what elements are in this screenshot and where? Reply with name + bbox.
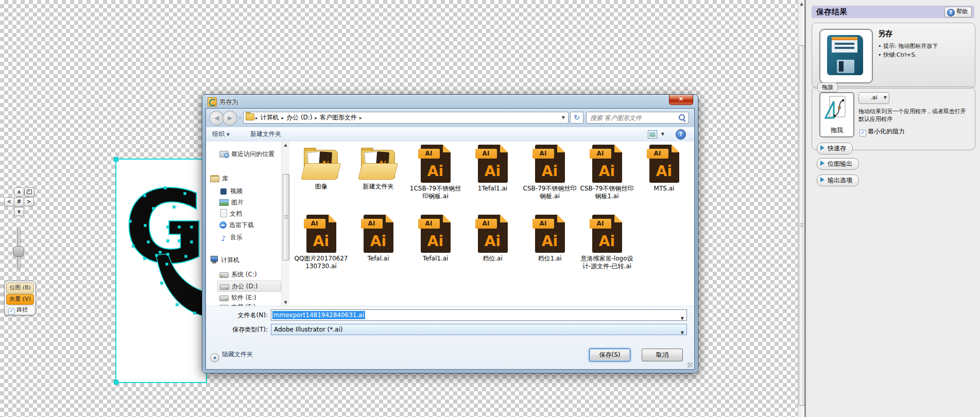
recent-pages-dropdown-icon[interactable]: ▽ — [238, 116, 242, 120]
file-item-label: QQ图片20170627130730.ai — [295, 255, 348, 270]
libraries-icon — [210, 176, 219, 182]
file-item[interactable]: AIAi意洛维家居-logo设计-源文件-已转.ai — [578, 215, 635, 270]
panel-action-label: 位图输出 — [828, 160, 852, 167]
close-button[interactable]: × — [669, 95, 693, 105]
file-item[interactable]: AIAi1Tefal1.ai — [464, 145, 521, 193]
breadcrumb-item[interactable]: 办公 (D:) — [284, 114, 315, 121]
drag-me-source[interactable]: 拖我 — [819, 92, 854, 137]
breadcrumb-item[interactable]: 计算机 — [258, 114, 282, 121]
sidebar-item-3[interactable]: 图片 — [219, 197, 244, 207]
sidebar-item-7[interactable]: 计算机 — [210, 255, 239, 265]
dialog-help-button[interactable]: ? — [676, 129, 686, 140]
file-item[interactable]: AIAiCSB-79不锈钢丝印钢板1.ai — [578, 145, 635, 200]
scroll-up-icon[interactable]: ▲ — [282, 142, 289, 149]
zoom-slider-thumb[interactable] — [13, 246, 24, 257]
file-item-label: 新建文件夹 — [352, 183, 405, 190]
file-item[interactable]: 图像 — [293, 145, 350, 190]
pan-down-button[interactable]: ∨ — [14, 207, 24, 216]
search-icon — [679, 114, 685, 120]
file-item[interactable]: AIAi1CSB-79不锈钢丝印钢板.ai — [407, 145, 464, 200]
scroll-down-icon[interactable]: ▼ — [282, 299, 289, 306]
save-button[interactable]: 保存(S) — [589, 349, 630, 361]
file-item[interactable]: AIAi档位1.ai — [521, 215, 578, 263]
file-item[interactable]: AIAiTefal1.ai — [407, 215, 464, 263]
sidebar-scrollbar[interactable]: ▲ ▼ — [281, 142, 289, 306]
savetype-select[interactable]: Adobe Illustrator (*.ai) ▼ — [271, 324, 687, 335]
file-item-label: MTS.ai — [638, 185, 691, 193]
zoom-fit-button[interactable] — [24, 187, 35, 197]
dialog-footer: 文件名(N): mmexport1481942840631.ai ▼ 保存类型(… — [206, 306, 694, 369]
sidebar-item-6[interactable]: ♪音乐 — [219, 232, 243, 242]
ai-file-icon: AIAi — [478, 145, 508, 183]
view-dropdown-icon[interactable]: ▼ — [661, 132, 664, 136]
pan-right-button[interactable]: > — [24, 197, 34, 206]
file-item[interactable]: AIAiCSB-79不锈钢丝印钢板.ai — [521, 145, 578, 200]
panel-action-位图输出[interactable]: 位图输出 — [817, 158, 859, 170]
sidebar-item-label: 计算机 — [221, 256, 239, 264]
filename-input[interactable]: mmexport1481942840631.ai ▼ — [271, 309, 687, 321]
ai-file-icon: AIAi — [592, 215, 622, 253]
file-item[interactable]: AIAiQQ图片20170627130730.ai — [293, 215, 350, 270]
thunder-download-icon — [219, 221, 227, 229]
forward-button[interactable]: ▶ — [222, 111, 237, 126]
save-as-section: 另存 • 提示: 拖动图标并放下 • 快键:Ctrl+S. — [812, 23, 975, 89]
least-resistance-row[interactable]: ✓最小化的阻力 — [858, 127, 905, 136]
panel-action-label: 快速存 — [828, 145, 846, 152]
file-item[interactable]: 新建文件夹 — [350, 145, 407, 190]
chevron-down-icon: ▼ — [884, 93, 887, 103]
sidebar-item-1[interactable]: 库 — [210, 173, 228, 184]
artboard[interactable]: G — [116, 160, 206, 382]
resize-grip[interactable] — [687, 362, 693, 368]
file-item[interactable]: AIAiTefal.ai — [350, 215, 407, 263]
vector-view-button[interactable]: 矢量 (V) — [6, 294, 34, 305]
sidebar-item-10[interactable]: 软件 (E:) — [219, 292, 256, 303]
path-checkbox-row[interactable]: ✓路径 — [7, 305, 35, 315]
sidebar-item-label: 库 — [222, 175, 228, 182]
cancel-button[interactable]: 取消 — [642, 349, 683, 361]
chevron-down-icon[interactable]: ▼ — [681, 328, 684, 338]
hide-folders-button[interactable]: ▲隐藏文件夹 — [210, 350, 253, 362]
panel-action-输出选项[interactable]: 输出选项 — [817, 175, 859, 186]
sidebar-item-4[interactable]: 文档 — [219, 208, 242, 219]
canvas-vertical-scrollbar[interactable]: ▲ — [798, 0, 805, 417]
save-results-panel: 保存结果 ?帮助 另存 • 提示: 拖动图标并放下 • 快键:Ctrl+S. 拖… — [806, 0, 980, 417]
file-item-label: 档位.ai — [466, 255, 520, 263]
back-button[interactable]: ◀ — [209, 111, 224, 126]
breadcrumb-separator-icon[interactable]: ▸ — [255, 115, 258, 120]
organize-button[interactable]: 组织 ▼ — [212, 127, 230, 142]
file-item[interactable]: AIAiMTS.ai — [635, 145, 693, 193]
sidebar-item-8[interactable]: 系统 (C:) — [219, 269, 257, 280]
breadcrumb-separator-icon[interactable]: ▸ — [359, 115, 362, 120]
sidebar-item-2[interactable]: 视频 — [219, 186, 243, 196]
bitmap-view-button[interactable]: 位图 (B) — [6, 283, 34, 293]
change-view-button[interactable] — [648, 130, 657, 138]
least-resistance-checkbox[interactable]: ✓ — [859, 130, 866, 136]
address-dropdown-icon[interactable]: ▼ — [562, 112, 565, 123]
least-resistance-label: 最小化的阻力 — [868, 128, 905, 135]
save-drag-source[interactable] — [819, 29, 873, 83]
breadcrumb-item[interactable]: 客户图形文件 — [317, 114, 359, 121]
question-icon: ? — [947, 9, 955, 16]
sidebar-item-0[interactable]: 最近访问的位置 — [219, 149, 274, 159]
zoom-actual-button[interactable]: # — [14, 197, 24, 206]
search-box[interactable]: 搜索 客户图形文件 — [586, 112, 689, 124]
extension-dropdown[interactable]: .ai▼ — [858, 92, 889, 104]
expand-arrow-icon — [820, 177, 824, 182]
chevron-down-icon[interactable]: ▼ — [681, 314, 684, 324]
refresh-button[interactable]: ↻ — [570, 112, 583, 124]
sidebar-item-9[interactable]: 办公 (D:) — [217, 281, 281, 292]
pan-up-button[interactable]: ∧ — [14, 187, 24, 197]
file-item-label: Tefal.ai — [352, 255, 405, 263]
file-item[interactable]: AIAi档位.ai — [464, 215, 521, 263]
sidebar-item-label: 最近访问的位置 — [231, 150, 274, 158]
artboard-handle-top-left[interactable] — [114, 157, 118, 162]
sidebar-scrollbar-thumb[interactable] — [283, 174, 289, 260]
new-folder-button[interactable]: 新建文件夹 — [250, 127, 281, 141]
help-button[interactable]: ?帮助 — [944, 7, 972, 18]
sidebar-item-5[interactable]: 迅雷下载 — [219, 220, 254, 230]
breadcrumb[interactable]: ▸计算机▸办公 (D:)▸客户图形文件▸ ▼ — [243, 112, 569, 124]
artboard-handle-bottom-left[interactable] — [114, 380, 118, 385]
panel-action-快速存[interactable]: 快速存 — [817, 143, 853, 154]
path-checkbox[interactable]: ✓ — [8, 308, 15, 315]
pan-left-button[interactable]: < — [4, 197, 14, 206]
